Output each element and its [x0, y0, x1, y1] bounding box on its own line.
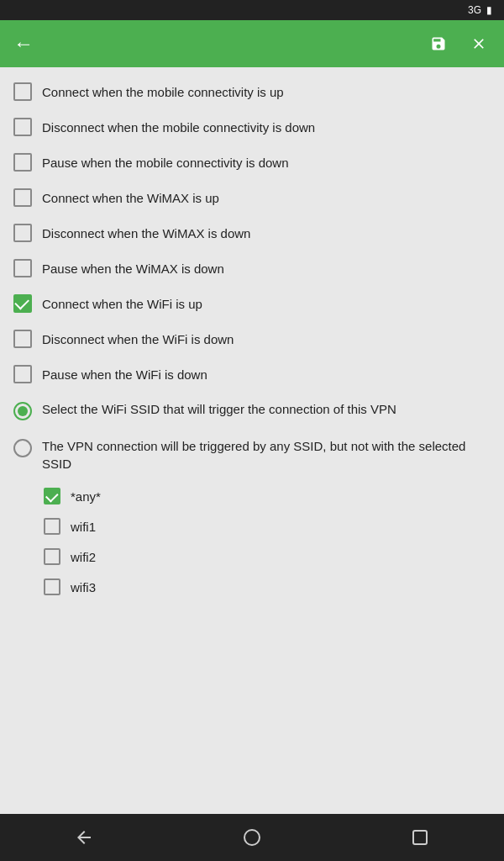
- ssid-checkbox-4[interactable]: [44, 578, 60, 595]
- checkbox-1[interactable]: [13, 82, 32, 101]
- checkbox-2[interactable]: [13, 118, 32, 136]
- checkbox-label-5: Disconnect when the WiMAX is down: [42, 226, 250, 240]
- svg-rect-1: [413, 831, 427, 844]
- battery-icon: ▮: [486, 4, 492, 16]
- signal-indicator: 3G: [468, 4, 481, 16]
- back-nav-icon: [74, 827, 94, 848]
- radio-list: Select the WiFi SSID that will trigger t…: [0, 392, 504, 481]
- checkbox-6[interactable]: [13, 259, 32, 277]
- checkbox-row-7[interactable]: Connect when the WiFi is up: [0, 286, 504, 321]
- checkbox-label-2: Disconnect when the mobile connectivity …: [42, 120, 315, 135]
- checkbox-label-4: Connect when the WiMAX is up: [42, 191, 219, 205]
- radio-row-1[interactable]: Select the WiFi SSID that will trigger t…: [0, 392, 504, 429]
- ssid-row-3[interactable]: wifi2: [44, 541, 504, 572]
- checkbox-label-7: Connect when the WiFi is up: [42, 297, 202, 311]
- checkbox-row-6[interactable]: Pause when the WiMAX is down: [0, 251, 504, 286]
- ssid-row-2[interactable]: wifi1: [44, 511, 504, 541]
- checkboxes-list: Connect when the mobile connectivity is …: [0, 74, 504, 392]
- ssid-row-1[interactable]: *any*: [44, 481, 504, 511]
- svg-point-0: [244, 830, 260, 845]
- checkbox-row-5[interactable]: Disconnect when the WiMAX is down: [0, 215, 504, 251]
- checkbox-row-8[interactable]: Disconnect when the WiFi is down: [0, 321, 504, 357]
- back-button[interactable]: ←: [7, 25, 40, 62]
- ssid-label-2: wifi1: [71, 520, 96, 534]
- checkbox-3[interactable]: [13, 153, 32, 172]
- radio-2[interactable]: [13, 439, 32, 457]
- settings-content: Connect when the mobile connectivity is …: [0, 67, 504, 814]
- checkbox-5[interactable]: [13, 224, 32, 242]
- checkbox-row-9[interactable]: Pause when the WiFi is down: [0, 357, 504, 392]
- checkbox-9[interactable]: [13, 365, 32, 383]
- bottom-navigation: [0, 814, 504, 861]
- checkbox-7[interactable]: [13, 294, 32, 313]
- checkbox-row-3[interactable]: Pause when the mobile connectivity is do…: [0, 145, 504, 180]
- cancel-button[interactable]: [464, 29, 497, 59]
- checkbox-label-8: Disconnect when the WiFi is down: [42, 332, 234, 346]
- checkbox-label-3: Pause when the mobile connectivity is do…: [42, 156, 289, 170]
- recents-nav-button[interactable]: [400, 817, 440, 858]
- recents-nav-icon: [410, 827, 430, 848]
- save-icon: [430, 35, 447, 52]
- ssid-checkbox-1[interactable]: [44, 488, 60, 504]
- ssid-checkbox-3[interactable]: [44, 548, 60, 565]
- cancel-icon: [470, 35, 487, 52]
- ssid-row-4[interactable]: wifi3: [44, 572, 504, 602]
- ssid-label-1: *any*: [71, 489, 101, 504]
- back-nav-button[interactable]: [64, 817, 104, 858]
- checkbox-label-6: Pause when the WiMAX is down: [42, 261, 224, 276]
- home-nav-icon: [242, 827, 262, 848]
- checkbox-label-9: Pause when the WiFi is down: [42, 367, 207, 382]
- radio-1[interactable]: [13, 402, 32, 420]
- radio-label-1: Select the WiFi SSID that will trigger t…: [42, 400, 491, 418]
- save-button[interactable]: [423, 29, 457, 59]
- checkbox-row-4[interactable]: Connect when the WiMAX is up: [0, 180, 504, 215]
- checkbox-row-2[interactable]: Disconnect when the mobile connectivity …: [0, 109, 504, 145]
- home-nav-button[interactable]: [232, 817, 272, 858]
- radio-row-2[interactable]: The VPN connection will be triggered by …: [0, 429, 504, 481]
- ssid-checkbox-2[interactable]: [44, 518, 60, 535]
- ssid-label-4: wifi3: [71, 580, 96, 594]
- radio-label-2: The VPN connection will be triggered by …: [42, 437, 491, 473]
- app-toolbar: ←: [0, 20, 504, 67]
- checkbox-label-1: Connect when the mobile connectivity is …: [42, 85, 284, 99]
- checkbox-4[interactable]: [13, 188, 32, 207]
- status-bar: 3G ▮: [0, 0, 504, 20]
- ssid-list: *any*wifi1wifi2wifi3: [0, 481, 504, 602]
- checkbox-8[interactable]: [13, 330, 32, 348]
- ssid-label-3: wifi2: [71, 550, 96, 564]
- checkbox-row-1[interactable]: Connect when the mobile connectivity is …: [0, 74, 504, 109]
